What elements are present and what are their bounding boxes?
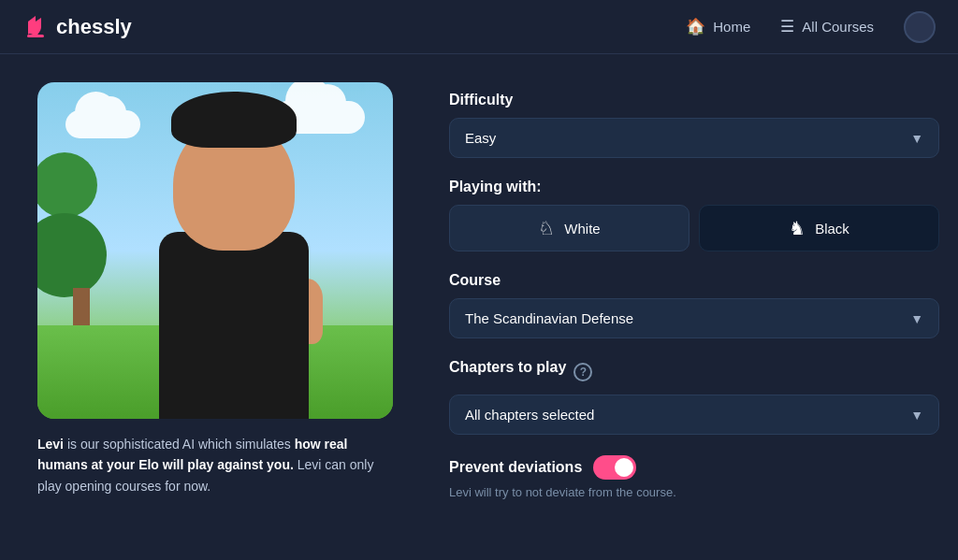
- chevron-down-icon-2: ▼: [910, 311, 923, 326]
- playing-with-label: Playing with:: [449, 179, 939, 195]
- nav-home[interactable]: 🏠 Home: [686, 17, 750, 36]
- nav-all-courses[interactable]: ☰ All Courses: [780, 17, 874, 36]
- playing-with-section: Playing with: ♘ White ♞ Black: [449, 179, 939, 251]
- toggle-row: Prevent deviations: [449, 455, 939, 480]
- logo[interactable]: chessly: [22, 14, 132, 40]
- levi-character: [140, 129, 327, 419]
- difficulty-section: Difficulty Easy ▼: [449, 92, 939, 158]
- main-content: Levi is our sophisticated AI which simul…: [0, 82, 958, 499]
- difficulty-label: Difficulty: [449, 92, 939, 108]
- course-label: Course: [449, 272, 939, 289]
- home-icon: 🏠: [686, 17, 705, 36]
- prevent-deviations-toggle[interactable]: [593, 455, 636, 480]
- course-section: Course The Scandinavian Defense ▼: [449, 272, 939, 338]
- black-piece-icon: ♞: [789, 217, 806, 239]
- nav-area: 🏠 Home ☰ All Courses: [686, 11, 936, 43]
- levi-image: [37, 82, 393, 419]
- char-body: [159, 232, 309, 419]
- settings-panel: Difficulty Easy ▼ Playing with: ♘ White …: [449, 82, 958, 499]
- white-button[interactable]: ♘ White: [449, 205, 689, 251]
- color-buttons: ♘ White ♞ Black: [449, 205, 939, 251]
- course-value: The Scandinavian Defense: [465, 310, 633, 326]
- levi-description: Levi is our sophisticated AI which simul…: [37, 434, 393, 496]
- logo-text: chessly: [56, 15, 132, 39]
- nav-home-label: Home: [713, 19, 750, 35]
- levi-name: Levi: [37, 437, 64, 452]
- deviation-description: Levi will try to not deviate from the co…: [449, 485, 939, 499]
- course-dropdown[interactable]: The Scandinavian Defense ▼: [449, 298, 939, 338]
- svg-rect-0: [27, 35, 44, 37]
- tree-top-2: [37, 152, 97, 218]
- levi-panel: Levi is our sophisticated AI which simul…: [37, 82, 412, 499]
- prevent-deviations-label: Prevent deviations: [449, 459, 582, 476]
- white-label: White: [564, 221, 600, 237]
- levi-bold-1: how real humans at your Elo will play ag…: [37, 437, 347, 472]
- difficulty-value: Easy: [465, 130, 496, 146]
- chapters-section: Chapters to play ? All chapters selected…: [449, 359, 939, 435]
- toggle-knob: [615, 458, 633, 477]
- tree-top: [37, 213, 107, 297]
- tree: [56, 152, 107, 344]
- difficulty-dropdown[interactable]: Easy ▼: [449, 118, 939, 158]
- chapters-header-row: Chapters to play ?: [449, 359, 939, 385]
- cloud-1: [65, 110, 140, 138]
- black-button[interactable]: ♞ Black: [699, 205, 939, 251]
- courses-icon: ☰: [780, 17, 794, 36]
- chapters-value: All chapters selected: [465, 407, 594, 423]
- white-piece-icon: ♘: [538, 217, 555, 239]
- header: chessly 🏠 Home ☰ All Courses: [0, 0, 958, 54]
- chevron-down-icon: ▼: [910, 131, 923, 146]
- chapters-dropdown[interactable]: All chapters selected ▼: [449, 395, 939, 435]
- char-hair: [171, 92, 297, 148]
- nav-courses-label: All Courses: [802, 19, 874, 35]
- logo-icon: [22, 14, 49, 40]
- prevent-deviations-section: Prevent deviations Levi will try to not …: [449, 455, 939, 499]
- avatar[interactable]: [904, 11, 936, 43]
- chapters-help-icon[interactable]: ?: [573, 363, 592, 381]
- chapters-label: Chapters to play: [449, 359, 566, 376]
- chevron-down-icon-3: ▼: [910, 408, 923, 423]
- black-label: Black: [815, 221, 849, 237]
